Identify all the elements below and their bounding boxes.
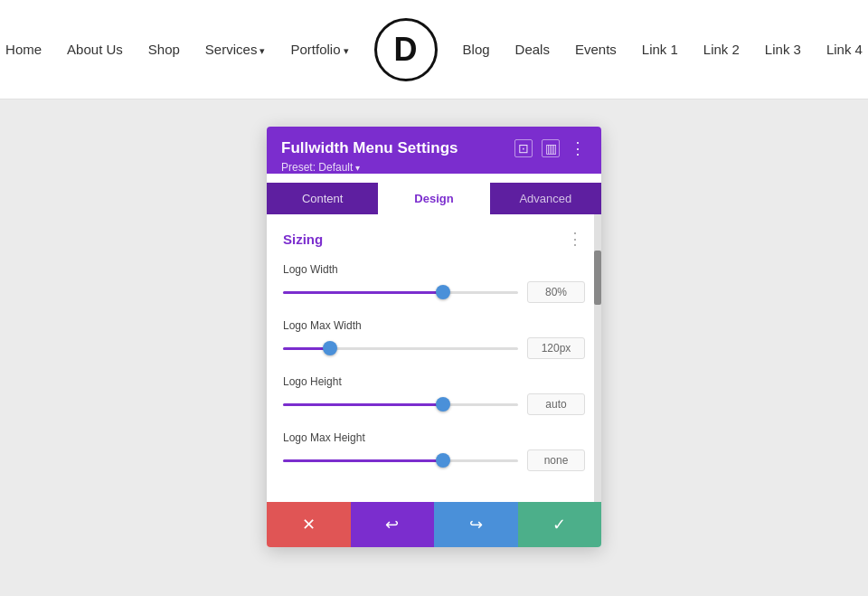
control-row-1: Logo Max Width bbox=[283, 319, 585, 359]
preset-dropdown[interactable]: Preset: Default bbox=[281, 161, 360, 174]
value-input-1[interactable] bbox=[527, 337, 585, 359]
preset-label: Preset: Default bbox=[281, 161, 587, 174]
action-bar: ✕ ↩ ↪ ✓ bbox=[267, 502, 601, 547]
confirm-icon: ✓ bbox=[552, 515, 566, 535]
nav-item-link-2[interactable]: Link 2 bbox=[703, 42, 740, 57]
nav-logo: D bbox=[374, 18, 438, 81]
slider-thumb-2[interactable] bbox=[436, 397, 450, 412]
nav-item-link-4[interactable]: Link 4 bbox=[826, 42, 863, 57]
nav-item-services[interactable]: Services bbox=[205, 42, 266, 57]
slider-wrap-3[interactable] bbox=[283, 452, 518, 468]
slider-thumb-0[interactable] bbox=[436, 285, 450, 299]
control-label-1: Logo Max Width bbox=[283, 319, 585, 332]
settings-panel: Fullwidth Menu Settings ⊡ ▥ ⋮ Preset: De… bbox=[267, 127, 601, 547]
panel-tabs: ContentDesignAdvanced bbox=[267, 183, 601, 214]
panel-body: Sizing ⋮ Logo WidthLogo Max WidthLogo He… bbox=[267, 214, 601, 502]
navbar: HomeAbout UsShopServicesPortfolioDBlogDe… bbox=[0, 0, 868, 99]
control-row-3: Logo Max Height bbox=[283, 431, 585, 471]
nav-item-shop[interactable]: Shop bbox=[148, 42, 180, 57]
control-label-3: Logo Max Height bbox=[283, 431, 585, 444]
control-input-row-1 bbox=[283, 337, 585, 359]
cancel-button[interactable]: ✕ bbox=[267, 502, 351, 547]
redo-icon: ↪ bbox=[469, 515, 483, 535]
nav-item-blog[interactable]: Blog bbox=[463, 42, 490, 57]
slider-wrap-2[interactable] bbox=[283, 396, 518, 412]
nav-item-home[interactable]: Home bbox=[5, 42, 42, 57]
nav-item-link-1[interactable]: Link 1 bbox=[642, 42, 678, 57]
nav-item-events[interactable]: Events bbox=[575, 42, 617, 57]
scrollbar-thumb[interactable] bbox=[594, 251, 601, 305]
expand-icon[interactable]: ⊡ bbox=[514, 139, 533, 157]
panel-title: Fullwidth Menu Settings bbox=[281, 139, 458, 157]
control-row-0: Logo Width bbox=[283, 263, 585, 303]
control-input-row-3 bbox=[283, 449, 585, 471]
tab-advanced[interactable]: Advanced bbox=[490, 183, 601, 214]
nav-item-portfolio[interactable]: Portfolio bbox=[290, 42, 348, 57]
control-input-row-0 bbox=[283, 281, 585, 303]
section-more-icon[interactable]: ⋮ bbox=[567, 229, 585, 249]
confirm-button[interactable]: ✓ bbox=[518, 502, 602, 547]
nav-item-about-us[interactable]: About Us bbox=[67, 42, 123, 57]
tab-design[interactable]: Design bbox=[378, 183, 489, 214]
slider-wrap-0[interactable] bbox=[283, 284, 518, 300]
panel-header: Fullwidth Menu Settings ⊡ ▥ ⋮ Preset: De… bbox=[267, 127, 601, 174]
redo-button[interactable]: ↪ bbox=[434, 502, 518, 547]
section-header: Sizing ⋮ bbox=[283, 229, 585, 249]
slider-thumb-3[interactable] bbox=[436, 453, 450, 468]
control-row-2: Logo Height bbox=[283, 375, 585, 415]
slider-thumb-1[interactable] bbox=[323, 341, 337, 355]
value-input-2[interactable] bbox=[527, 393, 585, 415]
tab-content[interactable]: Content bbox=[267, 183, 378, 214]
slider-wrap-1[interactable] bbox=[283, 340, 518, 356]
value-input-3[interactable] bbox=[527, 449, 585, 471]
controls-container: Logo WidthLogo Max WidthLogo HeightLogo … bbox=[283, 263, 585, 471]
undo-icon: ↩ bbox=[385, 515, 399, 535]
control-input-row-2 bbox=[283, 393, 585, 415]
value-input-0[interactable] bbox=[527, 281, 585, 303]
columns-icon[interactable]: ▥ bbox=[542, 139, 560, 157]
control-label-2: Logo Height bbox=[283, 375, 585, 388]
nav-item-deals[interactable]: Deals bbox=[515, 42, 550, 57]
more-icon[interactable]: ⋮ bbox=[569, 139, 587, 157]
nav-item-link-3[interactable]: Link 3 bbox=[765, 42, 801, 57]
scrollbar[interactable] bbox=[594, 214, 601, 502]
undo-button[interactable]: ↩ bbox=[351, 502, 435, 547]
control-label-0: Logo Width bbox=[283, 263, 585, 276]
cancel-icon: ✕ bbox=[302, 515, 316, 535]
page-body: Fullwidth Menu Settings ⊡ ▥ ⋮ Preset: De… bbox=[0, 99, 868, 596]
panel-icons: ⊡ ▥ ⋮ bbox=[514, 139, 587, 157]
section-title: Sizing bbox=[283, 232, 323, 247]
